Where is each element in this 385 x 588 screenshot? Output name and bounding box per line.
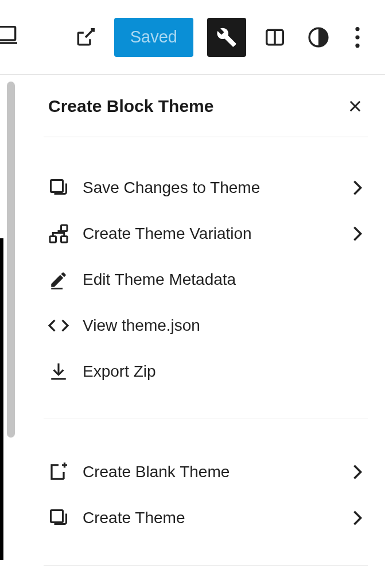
close-button[interactable] xyxy=(347,98,363,114)
download-icon xyxy=(46,360,71,383)
create-blank-theme[interactable]: Create Blank Theme xyxy=(44,449,368,495)
copy-icon xyxy=(46,506,71,529)
svg-point-5 xyxy=(355,27,359,31)
panel-title: Create Block Theme xyxy=(48,96,213,116)
svg-point-7 xyxy=(355,43,359,47)
svg-rect-14 xyxy=(51,288,63,289)
saved-button[interactable]: Saved xyxy=(114,18,193,57)
svg-rect-10 xyxy=(51,180,63,192)
save-changes-to-theme[interactable]: Save Changes to Theme xyxy=(44,165,368,211)
device-preview-icon[interactable] xyxy=(0,23,17,46)
create-block-theme-panel: Create Block Theme Save Changes to Theme xyxy=(20,75,385,588)
editor-edge xyxy=(0,238,3,560)
menu-label: Save Changes to Theme xyxy=(83,179,352,197)
chevron-right-icon xyxy=(352,226,363,242)
create-new-icon xyxy=(46,461,71,483)
menu-section-2: Create Blank Theme Create Theme xyxy=(44,419,368,566)
external-link-button[interactable] xyxy=(71,22,100,52)
create-theme[interactable]: Create Theme xyxy=(44,495,368,541)
code-icon xyxy=(46,314,71,337)
svg-rect-19 xyxy=(51,510,63,523)
edit-theme-metadata[interactable]: Edit Theme Metadata xyxy=(44,257,368,303)
styles-button[interactable] xyxy=(304,22,333,52)
branch-icon xyxy=(46,222,71,245)
menu-label: Edit Theme Metadata xyxy=(83,270,363,289)
menu-label: Create Theme Variation xyxy=(83,225,352,243)
svg-rect-12 xyxy=(50,237,56,243)
tools-button[interactable] xyxy=(207,18,246,57)
chevron-right-icon xyxy=(352,180,363,196)
more-options-button[interactable] xyxy=(347,22,368,52)
svg-rect-0 xyxy=(0,27,15,40)
menu-section-1: Save Changes to Theme Create The xyxy=(44,137,368,419)
chevron-right-icon xyxy=(352,510,363,526)
chevron-right-icon xyxy=(352,464,363,480)
menu-label: View theme.json xyxy=(83,316,363,335)
menu-label: Create Blank Theme xyxy=(83,463,352,481)
menu-label: Export Zip xyxy=(83,362,363,381)
top-toolbar: Saved xyxy=(0,0,385,75)
scrollbar[interactable] xyxy=(7,82,15,438)
svg-rect-11 xyxy=(61,225,68,231)
pencil-icon xyxy=(46,268,71,291)
sidebar-toggle-button[interactable] xyxy=(260,22,290,52)
export-zip[interactable]: Export Zip xyxy=(44,349,368,394)
svg-rect-13 xyxy=(61,237,68,243)
svg-point-6 xyxy=(355,35,359,39)
menu-label: Create Theme xyxy=(83,509,352,527)
copy-icon xyxy=(46,176,71,199)
panel-header: Create Block Theme xyxy=(44,75,368,137)
create-theme-variation[interactable]: Create Theme Variation xyxy=(44,211,368,257)
view-theme-json[interactable]: View theme.json xyxy=(44,303,368,349)
saved-button-label: Saved xyxy=(130,28,177,47)
